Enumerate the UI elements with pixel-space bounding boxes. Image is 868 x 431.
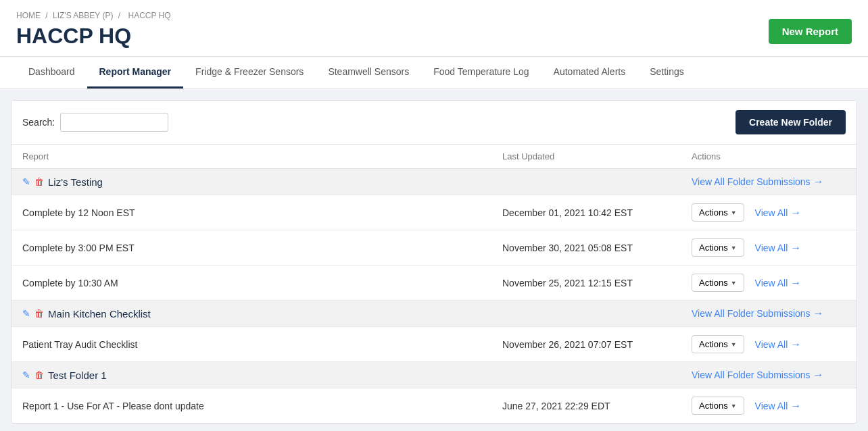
view-all-link[interactable]: View All → — [755, 400, 802, 412]
arrow-icon: → — [813, 176, 824, 188]
last-updated-cell: June 27, 2021 22:29 EDT — [491, 388, 681, 424]
edit-icon[interactable]: ✎ — [22, 308, 30, 319]
tabs: DashboardReport ManagerFridge & Freezer … — [16, 57, 852, 88]
tab-dashboard[interactable]: Dashboard — [16, 57, 87, 88]
view-all-link[interactable]: View All → — [755, 242, 802, 254]
table-row: ✎🗑 Liz's TestingView All Folder Submissi… — [11, 169, 857, 195]
breadcrumb-sep2: / — [118, 11, 120, 20]
actions-cell: ActionsView All → — [681, 327, 857, 362]
last-updated-cell: November 30, 2021 05:08 EST — [491, 230, 681, 265]
tab-fridge-freezer[interactable]: Fridge & Freezer Sensors — [183, 57, 316, 88]
folder-actions-cell: View All Folder Submissions → — [681, 169, 857, 195]
actions-cell: ActionsView All → — [681, 265, 857, 301]
actions-cell: ActionsView All → — [681, 195, 857, 230]
col-actions: Actions — [681, 145, 857, 169]
arrow-icon: → — [790, 207, 801, 219]
actions-button[interactable]: Actions — [692, 397, 744, 415]
arrow-icon: → — [790, 277, 801, 289]
edit-icon[interactable]: ✎ — [22, 176, 30, 187]
search-label: Search: — [22, 117, 55, 128]
view-all-link[interactable]: View All → — [755, 207, 802, 219]
search-area: Search: — [22, 113, 168, 132]
toolbar: Search: Create New Folder — [11, 101, 857, 145]
table-row: Patient Tray Audit ChecklistNovember 26,… — [11, 327, 857, 362]
folder-name: ✎🗑 Main Kitchen Checklist — [22, 308, 481, 320]
tabs-container: DashboardReport ManagerFridge & Freezer … — [0, 57, 868, 89]
actions-button[interactable]: Actions — [692, 274, 744, 292]
delete-icon[interactable]: 🗑 — [34, 308, 44, 319]
breadcrumb-parent[interactable]: LIZ'S ABBEY (P) — [53, 11, 113, 20]
tab-steamwell[interactable]: Steamwell Sensors — [316, 57, 421, 88]
folder-actions-cell: View All Folder Submissions → — [681, 301, 857, 327]
header-left: HOME / LIZ'S ABBEY (P) / HACCP HQ HACCP … — [16, 11, 174, 48]
view-all-folder-submissions-link[interactable]: View All Folder Submissions → — [692, 369, 824, 381]
view-all-folder-submissions-link[interactable]: View All Folder Submissions → — [692, 307, 824, 320]
delete-icon[interactable]: 🗑 — [34, 370, 44, 380]
main-content: Search: Create New Folder Report Last Up… — [11, 100, 857, 424]
folder-name: ✎🗑 Liz's Testing — [22, 176, 481, 188]
report-name-cell: Complete by 12 Noon EST — [11, 195, 491, 230]
delete-icon[interactable]: 🗑 — [34, 176, 44, 187]
report-table: Report Last Updated Actions ✎🗑 Liz's Tes… — [11, 145, 857, 423]
last-updated-cell: December 01, 2021 10:42 EST — [491, 195, 681, 230]
view-all-link[interactable]: View All → — [755, 277, 802, 289]
page-title: HACCP HQ — [16, 24, 174, 48]
new-report-button[interactable]: New Report — [769, 19, 852, 44]
arrow-icon: → — [790, 242, 801, 254]
last-updated-cell — [491, 169, 681, 195]
col-last-updated: Last Updated — [491, 145, 681, 169]
table-row: ✎🗑 Main Kitchen ChecklistView All Folder… — [11, 301, 857, 327]
actions-cell: ActionsView All → — [681, 230, 857, 265]
actions-button[interactable]: Actions — [692, 335, 744, 353]
breadcrumb-home[interactable]: HOME — [16, 11, 41, 20]
col-report: Report — [11, 145, 491, 169]
actions-cell: ActionsView All → — [681, 388, 857, 424]
arrow-icon: → — [813, 307, 824, 320]
arrow-icon: → — [790, 338, 801, 351]
table-row: Report 1 - Use For AT - Please dont upda… — [11, 388, 857, 424]
tab-report-manager[interactable]: Report Manager — [87, 57, 184, 88]
actions-button[interactable]: Actions — [692, 203, 744, 222]
table-row: Complete by 12 Noon ESTDecember 01, 2021… — [11, 195, 857, 230]
table-row: Complete by 10:30 AMNovember 25, 2021 12… — [11, 265, 857, 301]
tab-automated-alerts[interactable]: Automated Alerts — [541, 57, 638, 88]
breadcrumb-current: HACCP HQ — [128, 11, 171, 20]
view-all-folder-submissions-link[interactable]: View All Folder Submissions → — [692, 176, 824, 188]
folder-name: ✎🗑 Test Folder 1 — [22, 370, 481, 381]
report-name-cell: Complete by 10:30 AM — [11, 265, 491, 301]
table-row: ✎🗑 Test Folder 1View All Folder Submissi… — [11, 362, 857, 388]
report-name-cell: Report 1 - Use For AT - Please dont upda… — [11, 388, 491, 424]
header: HOME / LIZ'S ABBEY (P) / HACCP HQ HACCP … — [0, 0, 868, 57]
tab-food-temp[interactable]: Food Temperature Log — [421, 57, 541, 88]
actions-button[interactable]: Actions — [692, 238, 744, 257]
search-input[interactable] — [60, 113, 168, 132]
arrow-icon: → — [790, 400, 801, 412]
breadcrumb: HOME / LIZ'S ABBEY (P) / HACCP HQ — [16, 11, 174, 20]
last-updated-cell — [491, 301, 681, 327]
breadcrumb-sep1: / — [45, 11, 47, 20]
last-updated-cell: November 25, 2021 12:15 EST — [491, 265, 681, 301]
report-name-cell: Patient Tray Audit Checklist — [11, 327, 491, 362]
last-updated-cell: November 26, 2021 07:07 EST — [491, 327, 681, 362]
tab-settings[interactable]: Settings — [637, 57, 696, 88]
folder-actions-cell: View All Folder Submissions → — [681, 362, 857, 388]
edit-icon[interactable]: ✎ — [22, 370, 30, 380]
create-folder-button[interactable]: Create New Folder — [736, 110, 846, 134]
table-row: Complete by 3:00 PM ESTNovember 30, 2021… — [11, 230, 857, 265]
report-name-cell: Complete by 3:00 PM EST — [11, 230, 491, 265]
page-wrapper: HOME / LIZ'S ABBEY (P) / HACCP HQ HACCP … — [0, 0, 868, 431]
last-updated-cell — [491, 362, 681, 388]
arrow-icon: → — [813, 369, 824, 381]
view-all-link[interactable]: View All → — [755, 338, 802, 351]
